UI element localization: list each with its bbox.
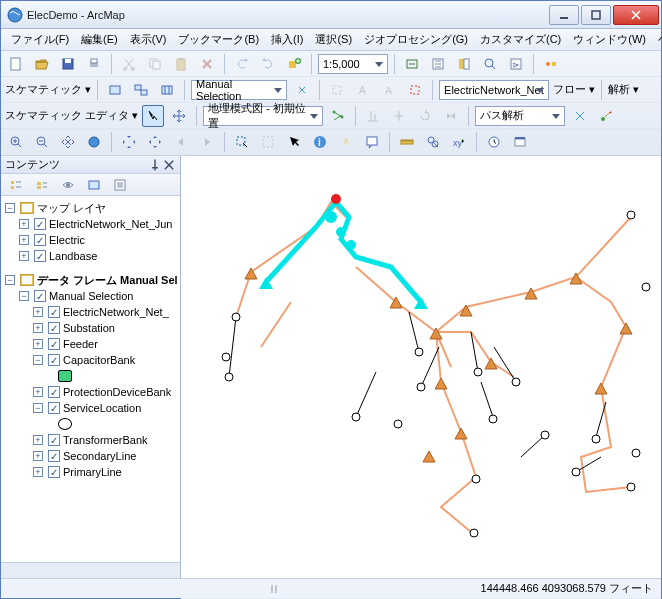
tree-layer[interactable]: +TransformerBank [3, 432, 178, 448]
pan-button[interactable] [57, 131, 79, 153]
copy-button[interactable] [144, 53, 166, 75]
tree-layer[interactable]: +Electric [3, 232, 178, 248]
expand-icon[interactable]: − [33, 355, 43, 365]
options-button[interactable] [109, 174, 131, 196]
fixed-zoom-in-button[interactable] [118, 131, 140, 153]
find-xy-button[interactable]: xy [448, 131, 470, 153]
checkbox[interactable] [34, 218, 46, 230]
schematic-select-features[interactable] [404, 79, 426, 101]
schematic-button-3[interactable] [156, 79, 178, 101]
map-canvas[interactable] [181, 156, 661, 579]
tree-layer-expanded[interactable]: −ServiceLocation [3, 400, 178, 416]
expand-icon[interactable]: − [5, 203, 15, 213]
expand-icon[interactable]: + [19, 219, 29, 229]
toc-hscroll[interactable] [1, 562, 180, 578]
edit-diagram-button[interactable] [595, 105, 617, 127]
list-by-selection-button[interactable] [83, 174, 105, 196]
minimize-button[interactable] [549, 5, 579, 25]
prev-extent-button[interactable] [170, 131, 192, 153]
expand-icon[interactable]: + [33, 435, 43, 445]
tree-layer[interactable]: +ElectricNetwork_Net_ [3, 304, 178, 320]
menu-window[interactable]: ウィンドウ(W) [567, 30, 652, 49]
expand-icon[interactable]: − [33, 403, 43, 413]
html-popup-button[interactable] [361, 131, 383, 153]
undo-button[interactable] [231, 53, 253, 75]
expand-icon[interactable]: − [19, 291, 29, 301]
move-tool-button[interactable] [168, 105, 190, 127]
menu-edit[interactable]: 編集(E) [75, 30, 124, 49]
schematic-menu[interactable]: スケマティック ▾ [5, 82, 91, 97]
zoom-in-button[interactable] [5, 131, 27, 153]
pin-icon[interactable] [148, 158, 162, 172]
expand-icon[interactable]: + [33, 339, 43, 349]
expand-icon[interactable]: + [19, 235, 29, 245]
new-button[interactable] [5, 53, 27, 75]
checkbox[interactable] [48, 434, 60, 446]
expand-icon[interactable]: + [19, 251, 29, 261]
maximize-button[interactable] [581, 5, 611, 25]
expand-icon[interactable]: + [33, 307, 43, 317]
tree-node-data-frame-map[interactable]: − マップ レイヤ [3, 200, 178, 216]
toc-button[interactable] [427, 53, 449, 75]
geoview-combo[interactable]: 地理模式図 - 初期位置 [203, 106, 323, 126]
checkbox[interactable] [48, 338, 60, 350]
select-elements-button[interactable] [283, 131, 305, 153]
rotate-button[interactable] [414, 105, 436, 127]
menu-select[interactable]: 選択(S) [309, 30, 358, 49]
hyperlink-button[interactable] [335, 131, 357, 153]
expand-icon[interactable]: + [33, 467, 43, 477]
delete-button[interactable] [196, 53, 218, 75]
tree-layer-expanded[interactable]: −CapacitorBank [3, 352, 178, 368]
open-button[interactable] [31, 53, 53, 75]
redo-button[interactable] [257, 53, 279, 75]
checkbox[interactable] [34, 250, 46, 262]
checkbox[interactable] [34, 290, 46, 302]
schematic-gen-button[interactable] [291, 79, 313, 101]
checkbox[interactable] [48, 306, 60, 318]
tree-layer[interactable]: +SecondaryLine [3, 448, 178, 464]
measure-button[interactable] [396, 131, 418, 153]
clear-selection-button[interactable] [257, 131, 279, 153]
zoom-out-button[interactable] [31, 131, 53, 153]
list-by-source-button[interactable] [31, 174, 53, 196]
checkbox[interactable] [34, 234, 46, 246]
tree-layer[interactable]: +PrimaryLine [3, 464, 178, 480]
pathsolve-combo[interactable]: パス解析 [475, 106, 565, 126]
list-by-visibility-button[interactable] [57, 174, 79, 196]
find-button[interactable] [422, 131, 444, 153]
print-button[interactable] [83, 53, 105, 75]
menu-bookmark[interactable]: ブックマーク(B) [172, 30, 265, 49]
schematic-button-1[interactable] [104, 79, 126, 101]
save-button[interactable] [57, 53, 79, 75]
manual-selection-combo[interactable]: Manual Selection [191, 80, 287, 100]
expand-icon[interactable]: − [5, 275, 15, 285]
menu-insert[interactable]: 挿入(I) [265, 30, 309, 49]
tree-layer-group[interactable]: −Manual Selection [3, 288, 178, 304]
search-button[interactable] [479, 53, 501, 75]
network-combo[interactable]: ElectricNetwork_Net [439, 80, 549, 100]
viewer-button[interactable] [509, 131, 531, 153]
schematic-editor-menu[interactable]: スケマティック エディタ ▾ [5, 108, 138, 123]
tree-node-data-frame-manual[interactable]: − データ フレーム Manual Sel [3, 272, 178, 288]
analysis-menu[interactable]: 解析 ▾ [608, 82, 639, 97]
schematic-label-a[interactable]: A [352, 79, 374, 101]
close-panel-button[interactable] [162, 158, 176, 172]
menu-geoprocessing[interactable]: ジオプロセシング(G) [358, 30, 474, 49]
python-button[interactable]: ⋗ [505, 53, 527, 75]
list-by-drawing-button[interactable] [5, 174, 27, 196]
checkbox[interactable] [48, 386, 60, 398]
close-button[interactable] [613, 5, 659, 25]
next-extent-button[interactable] [196, 131, 218, 153]
expand-icon[interactable]: + [33, 451, 43, 461]
tree-layer[interactable]: +Substation [3, 320, 178, 336]
editor-toolbar-button[interactable] [401, 53, 423, 75]
schematic-button-2[interactable] [130, 79, 152, 101]
full-extent-button[interactable] [83, 131, 105, 153]
checkbox[interactable] [48, 402, 60, 414]
checkbox[interactable] [48, 354, 60, 366]
cut-button[interactable] [118, 53, 140, 75]
mirror-button[interactable] [440, 105, 462, 127]
fixed-zoom-out-button[interactable] [144, 131, 166, 153]
tree-layer[interactable]: +ProtectionDeviceBank [3, 384, 178, 400]
select-schematic-button[interactable] [326, 79, 348, 101]
